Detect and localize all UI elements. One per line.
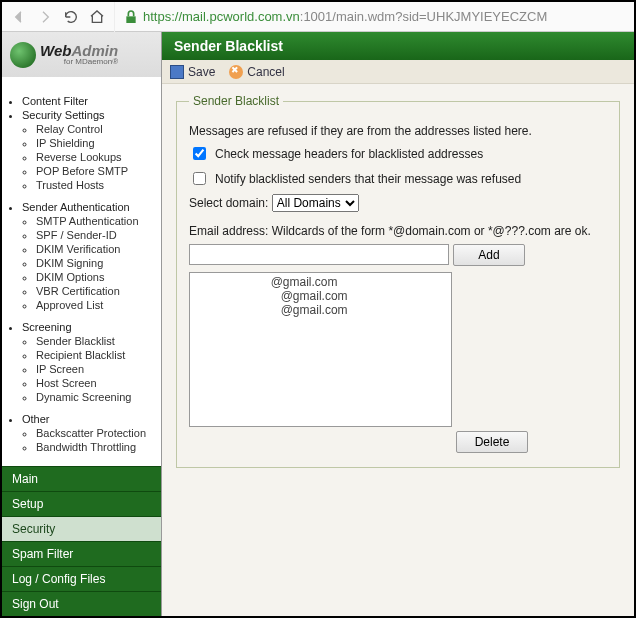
checkbox-check-headers-input[interactable] [193, 147, 206, 160]
sidebar-tree[interactable]: Content Filter Security Settings Relay C… [2, 88, 161, 455]
home-icon[interactable] [88, 8, 106, 26]
sidebar-item-host-screen[interactable]: Host Screen [36, 376, 159, 390]
sidebar-item-dkim-sign[interactable]: DKIM Signing [36, 256, 159, 270]
main-panel: Sender Blacklist Save Cancel Sender Blac… [162, 32, 634, 616]
sidebar-item-content-filter[interactable]: Content Filter [22, 94, 159, 108]
nav-sign-out[interactable]: Sign Out [2, 591, 161, 616]
sidebar-item-vbr[interactable]: VBR Certification [36, 284, 159, 298]
sidebar-item-reverse-lookups[interactable]: Reverse Lookups [36, 150, 159, 164]
select-domain[interactable]: All Domains [272, 194, 359, 212]
sidebar-item-smtp-auth[interactable]: SMTP Authentication [36, 214, 159, 228]
url-host: ://mail.pcworld.com.vn [171, 9, 300, 24]
svg-rect-0 [126, 16, 135, 23]
sidebar: WebAdmin for MDaemon® Content Filter Sec… [2, 32, 162, 616]
sender-blacklist-fieldset: Sender Blacklist Messages are refused if… [176, 94, 620, 468]
nav-security[interactable]: Security [2, 516, 161, 541]
nav-main[interactable]: Main [2, 466, 161, 491]
checkbox-check-headers-label: Check message headers for blacklisted ad… [215, 147, 483, 161]
logo-sub: for MDaemon® [40, 57, 118, 66]
cancel-icon [229, 65, 243, 79]
sidebar-item-recipient-blacklist[interactable]: Recipient Blacklist [36, 348, 159, 362]
add-button[interactable]: Add [453, 244, 525, 266]
list-item[interactable]: @gmail.com [194, 303, 447, 317]
sidebar-item-dynamic-screening[interactable]: Dynamic Screening [36, 390, 159, 404]
lock-icon [123, 9, 139, 25]
forward-icon[interactable] [36, 8, 54, 26]
bottom-nav: Main Setup Security Spam Filter Log / Co… [2, 466, 161, 616]
checkbox-notify-input[interactable] [193, 172, 206, 185]
sidebar-item-other[interactable]: Other [22, 412, 159, 426]
sidebar-item-relay-control[interactable]: Relay Control [36, 122, 159, 136]
sidebar-item-dkim-verify[interactable]: DKIM Verification [36, 242, 159, 256]
list-item[interactable]: @gmail.com [194, 289, 447, 303]
sidebar-item-security-settings[interactable]: Security Settings [22, 108, 159, 122]
sidebar-item-spf[interactable]: SPF / Sender-ID [36, 228, 159, 242]
save-button[interactable]: Save [170, 65, 215, 79]
sidebar-item-screening[interactable]: Screening [22, 320, 159, 334]
blacklist-listbox[interactable]: @gmail.com @gmail.com @gmail.com [189, 272, 452, 427]
checkbox-check-headers[interactable]: Check message headers for blacklisted ad… [189, 144, 483, 163]
sidebar-item-trusted-hosts[interactable]: Trusted Hosts [36, 178, 159, 192]
logo: WebAdmin for MDaemon® [2, 32, 161, 77]
reload-icon[interactable] [62, 8, 80, 26]
sidebar-item-bandwidth[interactable]: Bandwidth Throttling [36, 440, 159, 454]
delete-button[interactable]: Delete [456, 431, 528, 453]
sidebar-item-backscatter[interactable]: Backscatter Protection [36, 426, 159, 440]
url-rest: :1001/main.wdm?sid=UHKJMYIEYECZCM [300, 2, 547, 32]
logo-icon [10, 42, 36, 68]
action-toolbar: Save Cancel [162, 60, 634, 84]
list-item[interactable]: @gmail.com [194, 275, 447, 289]
save-icon [170, 65, 184, 79]
page-title: Sender Blacklist [162, 32, 634, 60]
sidebar-item-approved-list[interactable]: Approved List [36, 298, 159, 312]
nav-log-config[interactable]: Log / Config Files [2, 566, 161, 591]
email-label: Email address: Wildcards of the form *@d… [189, 224, 607, 238]
sidebar-item-tarpitting[interactable]: Tarpitting [36, 454, 159, 455]
save-label: Save [188, 65, 215, 79]
sidebar-item-sender-auth[interactable]: Sender Authentication [22, 200, 159, 214]
sidebar-item-ip-screen[interactable]: IP Screen [36, 362, 159, 376]
intro-text: Messages are refused if they are from th… [189, 124, 607, 138]
nav-setup[interactable]: Setup [2, 491, 161, 516]
select-domain-label: Select domain: [189, 196, 268, 210]
cancel-button[interactable]: Cancel [229, 65, 284, 79]
sidebar-item-sender-blacklist[interactable]: Sender Blacklist [36, 334, 159, 348]
browser-toolbar: https://mail.pcworld.com.vn:1001/main.wd… [2, 2, 634, 32]
address-bar[interactable]: https://mail.pcworld.com.vn:1001/main.wd… [114, 2, 626, 32]
nav-spam-filter[interactable]: Spam Filter [2, 541, 161, 566]
checkbox-notify-label: Notify blacklisted senders that their me… [215, 172, 521, 186]
url-scheme: https [143, 9, 171, 24]
sidebar-item-dkim-options[interactable]: DKIM Options [36, 270, 159, 284]
checkbox-notify[interactable]: Notify blacklisted senders that their me… [189, 169, 521, 188]
back-icon[interactable] [10, 8, 28, 26]
email-input[interactable] [189, 244, 449, 265]
cancel-label: Cancel [247, 65, 284, 79]
sidebar-item-ip-shielding[interactable]: IP Shielding [36, 136, 159, 150]
fieldset-legend: Sender Blacklist [189, 94, 283, 108]
sidebar-item-pop-before-smtp[interactable]: POP Before SMTP [36, 164, 159, 178]
